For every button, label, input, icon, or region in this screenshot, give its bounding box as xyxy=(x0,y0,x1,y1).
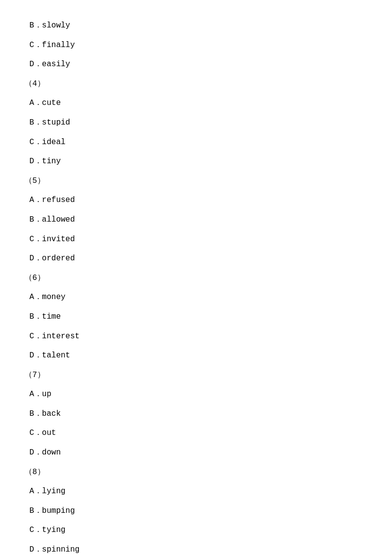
line-a7-up: A．up xyxy=(29,388,363,401)
line-d8-spinning: D．spinning xyxy=(29,544,363,555)
line-b7-back: B．back xyxy=(29,408,363,421)
line-a5-refused: A．refused xyxy=(29,194,363,207)
line-d5-ordered: D．ordered xyxy=(29,252,363,265)
line-c6-interest: C．interest xyxy=(29,330,363,343)
line-q6-label: （6） xyxy=(24,272,363,285)
line-q7-label: （7） xyxy=(24,369,363,382)
line-q4-label: （4） xyxy=(24,78,363,91)
line-q8-label: （8） xyxy=(24,466,363,479)
line-c5-invited: C．invited xyxy=(29,233,363,246)
line-c-finally: C．finally xyxy=(29,39,363,52)
line-b-slowly: B．slowly xyxy=(29,20,363,32)
line-q5-label: （5） xyxy=(24,175,363,188)
line-d4-tiny: D．tiny xyxy=(29,155,363,168)
line-a6-money: A．money xyxy=(29,291,363,304)
line-d-easily: D．easily xyxy=(29,58,363,71)
line-b5-allowed: B．allowed xyxy=(29,214,363,227)
line-d7-down: D．down xyxy=(29,447,363,459)
main-content: B．slowlyC．finallyD．easily（4）A．cuteB．stup… xyxy=(29,20,363,555)
line-c4-ideal: C．ideal xyxy=(29,136,363,149)
line-d6-talent: D．talent xyxy=(29,350,363,362)
line-c7-out: C．out xyxy=(29,427,363,440)
line-c8-tying: C．tying xyxy=(29,524,363,537)
line-a4-cute: A．cute xyxy=(29,97,363,110)
line-b8-bumping: B．bumping xyxy=(29,505,363,518)
line-b4-stupid: B．stupid xyxy=(29,117,363,129)
line-a8-lying: A．lying xyxy=(29,485,363,498)
line-b6-time: B．time xyxy=(29,311,363,324)
